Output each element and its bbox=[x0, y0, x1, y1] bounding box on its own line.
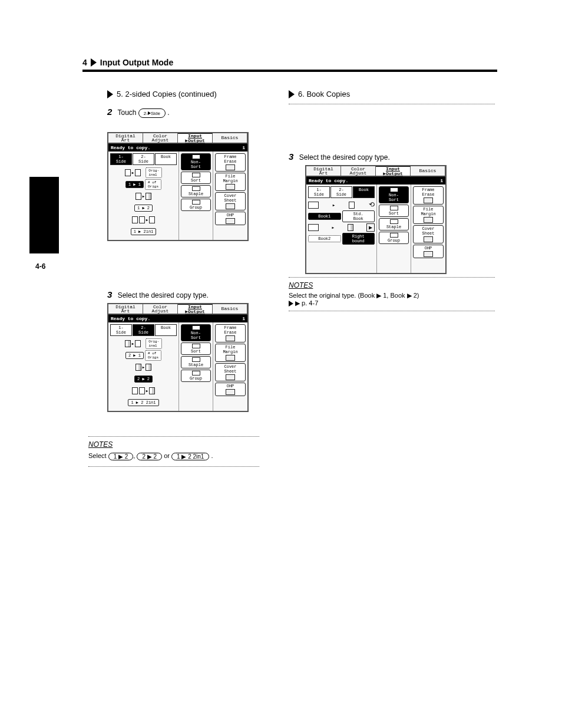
lcd-panel-book: DigitalArt ColorAdjust Input▶Output Basi… bbox=[305, 165, 447, 274]
tab-input-output[interactable]: Input▶Output bbox=[178, 133, 213, 143]
opt-2-1[interactable]: 2 ▶ 1 bbox=[125, 352, 144, 359]
page-icon bbox=[135, 169, 141, 176]
tab-basics[interactable]: Basics bbox=[213, 304, 247, 314]
notes-heading: NOTES bbox=[88, 440, 259, 449]
tab-basics[interactable]: Basics bbox=[213, 133, 247, 143]
opt-1-22in1[interactable]: 1 ▶ 2 2in1 bbox=[128, 399, 158, 406]
side-tab-1[interactable]: 1-Side bbox=[110, 324, 132, 336]
page-icon bbox=[139, 387, 145, 394]
btn-1-22in1: 1 ▶ 2 2in1 bbox=[171, 453, 209, 460]
btn-ohp[interactable]: OHP bbox=[413, 245, 444, 258]
side-marker bbox=[29, 177, 59, 253]
btn-cover-sheet[interactable]: CoverSheet bbox=[215, 363, 246, 381]
page-icon bbox=[146, 193, 151, 200]
page-icon bbox=[139, 216, 145, 223]
btn-staple[interactable]: Staple bbox=[181, 185, 211, 197]
btn-sort[interactable]: Sort bbox=[181, 342, 211, 355]
left-column: 1-Side 2-Side Book ▶ Orig-inal 1 ▶ 1 # o… bbox=[108, 151, 179, 240]
btn-sort[interactable]: Sort bbox=[379, 205, 409, 217]
page-icon bbox=[125, 169, 131, 176]
opt-1-2[interactable]: 1 ▶ 2 bbox=[134, 205, 153, 212]
btn-nonsort[interactable]: Non-Sort bbox=[181, 324, 211, 341]
side-tab-1[interactable]: 1-Side bbox=[308, 186, 330, 198]
side-tab-2[interactable]: 2-Side bbox=[330, 186, 352, 198]
btn-cover-sheet[interactable]: CoverSheet bbox=[215, 192, 246, 210]
tab-color-adjust[interactable]: ColorAdjust bbox=[143, 304, 178, 314]
right-column: FrameErase FileMargin CoverSheet OHP bbox=[213, 151, 247, 240]
btn-frame-erase[interactable]: FrameErase bbox=[215, 153, 246, 172]
divider bbox=[289, 104, 495, 104]
side-tab-2[interactable]: 2-Side bbox=[133, 153, 154, 165]
tab-digital-art[interactable]: DigitalArt bbox=[306, 166, 341, 176]
page-number: 4-6 bbox=[35, 262, 45, 271]
tab-digital-art[interactable]: DigitalArt bbox=[108, 304, 143, 314]
btn-1-2: 1 ▶ 2 bbox=[108, 453, 134, 460]
side-tab-2[interactable]: 2-Side bbox=[133, 324, 154, 336]
tab-color-adjust[interactable]: ColorAdjust bbox=[143, 133, 178, 143]
page-icon bbox=[348, 224, 353, 231]
tab-digital-art[interactable]: DigitalArt bbox=[108, 133, 143, 143]
book-icon bbox=[308, 202, 319, 209]
book-icon bbox=[308, 224, 319, 231]
btn-sort[interactable]: Sort bbox=[181, 172, 211, 184]
original-btn[interactable]: Orig-inal bbox=[146, 338, 162, 349]
page-icon bbox=[132, 387, 138, 394]
btn-group[interactable]: Group bbox=[181, 370, 211, 382]
opt-1-2in1[interactable]: 1 ▶ 2in1 bbox=[131, 228, 157, 235]
btn-book1[interactable]: Book1 bbox=[308, 213, 341, 220]
side-tab-1[interactable]: 1-Side bbox=[110, 153, 132, 165]
side-tab-book[interactable]: Book bbox=[155, 324, 177, 336]
num-origs-btn[interactable]: # ofOrigs bbox=[145, 179, 161, 190]
step-2: 2 Touch 2-Side . bbox=[107, 106, 260, 118]
chevron-right-icon bbox=[107, 90, 113, 98]
chevron-right-icon bbox=[91, 58, 97, 67]
opt-2-2[interactable]: 2 ▶ 2 bbox=[134, 375, 153, 383]
btn-right-bound[interactable]: Rightbound bbox=[342, 233, 375, 245]
chevron-right-icon bbox=[289, 301, 293, 307]
page-icon bbox=[132, 216, 138, 223]
btn-frame-erase[interactable]: FrameErase bbox=[215, 324, 246, 342]
btn-frame-erase[interactable]: FrameErase bbox=[413, 186, 444, 205]
tab-color-adjust[interactable]: ColorAdjust bbox=[341, 166, 376, 176]
panel-tabs: DigitalArt ColorAdjust Input▶Output Basi… bbox=[108, 133, 247, 144]
chapter-header: 4 Input Output Mode bbox=[82, 58, 497, 72]
btn-group[interactable]: Group bbox=[181, 199, 211, 211]
page-icon bbox=[135, 340, 141, 347]
chapter-title: Input Output Mode bbox=[100, 58, 173, 67]
tab-basics[interactable]: Basics bbox=[411, 166, 445, 176]
btn-cover-sheet[interactable]: CoverSheet bbox=[413, 225, 444, 243]
btn-ohp[interactable]: OHP bbox=[215, 383, 246, 396]
btn-nonsort[interactable]: Non-Sort bbox=[181, 153, 211, 170]
btn-ohp[interactable]: OHP bbox=[215, 212, 246, 225]
btn-file-margin[interactable]: FileMargin bbox=[215, 344, 246, 362]
tab-input-output[interactable]: Input▶Output bbox=[178, 304, 213, 314]
btn-file-margin[interactable]: FileMargin bbox=[413, 206, 444, 224]
btn-file-margin[interactable]: FileMargin bbox=[215, 173, 246, 191]
chapter-number: 4 bbox=[82, 58, 87, 67]
page-icon bbox=[349, 202, 355, 209]
page-icon bbox=[146, 364, 151, 371]
btn-2-2: 2 ▶ 2 bbox=[137, 453, 162, 460]
page-icon bbox=[125, 340, 131, 347]
lcd-panel-2side: DigitalArt ColorAdjust Input▶Output Basi… bbox=[107, 303, 249, 412]
page-icon bbox=[149, 387, 155, 394]
notes-block-right: NOTES Select the original type. (Book ▶ … bbox=[289, 277, 495, 311]
opt-1-1[interactable]: 1 ▶ 1 bbox=[125, 181, 144, 188]
btn-staple[interactable]: Staple bbox=[181, 356, 211, 368]
notes-heading: NOTES bbox=[289, 281, 495, 289]
side-tab-book[interactable]: Book bbox=[353, 186, 375, 198]
btn-nonsort[interactable]: Non-Sort bbox=[379, 186, 409, 203]
tab-input-output[interactable]: Input▶Output bbox=[376, 166, 411, 176]
btn-staple[interactable]: Staple bbox=[379, 218, 409, 230]
btn-std-book[interactable]: Std.Book bbox=[342, 210, 375, 222]
side-tab-book[interactable]: Book bbox=[155, 153, 177, 165]
btn-2side: 2-Side bbox=[138, 108, 166, 117]
num-origs-btn[interactable]: # ofOrigs bbox=[145, 350, 161, 361]
lcd-panel-1side: DigitalArt ColorAdjust Input▶Output Basi… bbox=[107, 132, 249, 241]
chevron-right-icon bbox=[289, 90, 295, 98]
btn-book2[interactable]: Book2 bbox=[308, 235, 341, 242]
divider bbox=[82, 70, 497, 72]
status-bar: Ready to copy.1 bbox=[108, 144, 247, 151]
original-btn[interactable]: Orig-inal bbox=[146, 167, 162, 178]
btn-group[interactable]: Group bbox=[379, 232, 409, 244]
